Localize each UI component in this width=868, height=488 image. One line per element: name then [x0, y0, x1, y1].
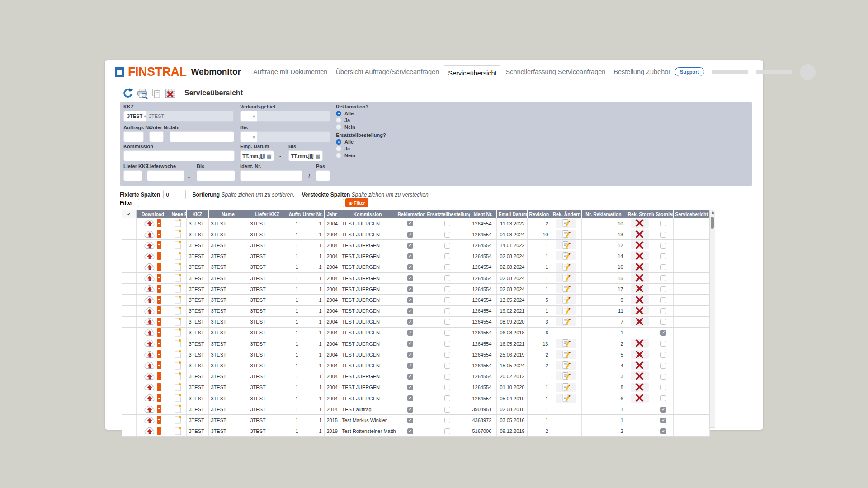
checkbox-reklamation[interactable]: ✓ — [407, 221, 413, 226]
edit-button[interactable] — [556, 383, 576, 392]
cell-neue_rek[interactable] — [170, 382, 186, 393]
cell-ersatzteil[interactable] — [425, 316, 470, 327]
cell-download[interactable] — [136, 251, 170, 262]
edit-button[interactable] — [556, 251, 576, 260]
cancel-reklamation-icon[interactable] — [635, 350, 644, 359]
cancel-button[interactable] — [631, 339, 649, 348]
cloud-download-icon[interactable] — [144, 405, 155, 413]
cancel-reklamation-icon[interactable] — [635, 284, 644, 293]
download-menu-button[interactable] — [157, 339, 161, 347]
cell-storniert[interactable] — [654, 240, 673, 251]
checkbox-storniert[interactable]: ✓ — [660, 407, 666, 413]
checkbox-storniert[interactable] — [660, 297, 666, 303]
cell-storniert[interactable]: ✓ — [654, 415, 673, 426]
cancel-reklamation-icon[interactable] — [635, 230, 644, 239]
cell-storniert[interactable] — [654, 360, 673, 371]
kommission-field[interactable] — [123, 150, 235, 161]
cell-rek_aendern[interactable] — [551, 316, 581, 327]
cancel-reklamation-icon[interactable] — [635, 361, 644, 370]
new-reklamation-icon[interactable] — [175, 372, 182, 380]
checkbox-storniert[interactable] — [660, 253, 666, 259]
cell-download[interactable] — [136, 360, 170, 371]
edit-button[interactable] — [556, 317, 576, 326]
cell-download[interactable] — [136, 284, 170, 295]
cancel-button[interactable] — [631, 230, 649, 239]
checkbox-storniert[interactable] — [660, 275, 666, 281]
cancel-button[interactable] — [631, 295, 649, 304]
cancel-button[interactable] — [631, 350, 649, 359]
verkaufsgebiet-select[interactable]: ▾ — [240, 111, 257, 122]
cell-neue_rek[interactable] — [170, 305, 186, 316]
cancel-button[interactable] — [631, 273, 649, 282]
cancel-reklamation-icon[interactable] — [635, 372, 644, 380]
checkbox-reklamation[interactable]: ✓ — [407, 308, 413, 314]
new-reklamation-icon[interactable] — [175, 295, 182, 304]
cell-ersatzteil[interactable] — [425, 393, 470, 404]
cell-rek_aendern[interactable] — [551, 284, 581, 295]
edit-reklamation-icon[interactable] — [562, 263, 571, 271]
edit-reklamation-icon[interactable] — [562, 296, 571, 304]
edit-reklamation-icon[interactable] — [562, 361, 571, 370]
checkbox-ersatzteil[interactable] — [444, 253, 450, 259]
lieferwoche-bis-field[interactable] — [197, 170, 235, 181]
cell-reklamation[interactable]: ✓ — [396, 295, 425, 305]
new-reklamation-icon[interactable] — [175, 339, 182, 347]
edit-button[interactable] — [556, 306, 576, 315]
lieferwoche-field[interactable] — [147, 170, 184, 181]
cell-reklamation[interactable]: ✓ — [396, 284, 425, 295]
cell-reklamation[interactable]: ✓ — [396, 360, 425, 371]
cloud-download-icon[interactable] — [144, 328, 155, 336]
reklamation-option-nein[interactable]: Nein — [336, 124, 368, 130]
checkbox-ersatzteil[interactable] — [444, 308, 450, 314]
checkbox-reklamation[interactable]: ✓ — [407, 407, 413, 413]
cell-ersatzteil[interactable] — [425, 327, 470, 338]
column-header-unter_nr[interactable]: Unter Nr. — [301, 210, 324, 218]
cell-neue_rek[interactable] — [170, 316, 186, 327]
cell-rek_aendern[interactable] — [551, 262, 581, 272]
cell-rek_aendern[interactable] — [551, 371, 581, 382]
column-header-reklamation[interactable]: Reklamation? — [396, 210, 425, 218]
cell-storniert[interactable] — [654, 229, 673, 240]
cancel-button[interactable] — [631, 251, 649, 260]
cell-rek_aendern[interactable] — [551, 349, 581, 360]
checkbox-ersatzteil[interactable] — [444, 385, 450, 390]
cell-reklamation[interactable]: ✓ — [396, 262, 425, 272]
eing-datum-field[interactable]: TT.mm.jjjj▦ — [240, 150, 274, 161]
checkbox-reklamation[interactable]: ✓ — [407, 232, 413, 238]
cell-rek_aendern[interactable] — [551, 393, 581, 404]
cell-rek_aendern[interactable] — [551, 240, 581, 251]
cell-reklamation[interactable]: ✓ — [396, 426, 425, 436]
jahr-field[interactable] — [170, 131, 234, 142]
checkbox-storniert[interactable] — [660, 243, 666, 249]
cell-neue_rek[interactable] — [170, 295, 186, 305]
column-header-kkz[interactable]: KKZ — [186, 210, 208, 218]
cell-storniert[interactable] — [654, 218, 673, 229]
edit-button[interactable] — [556, 339, 576, 348]
cell-rek_stornieren[interactable] — [626, 382, 654, 393]
cell-neue_rek[interactable] — [170, 218, 186, 229]
cell-rek_stornieren[interactable] — [626, 272, 654, 283]
cell-neue_rek[interactable] — [170, 360, 186, 371]
cell-ersatzteil[interactable] — [425, 415, 470, 426]
cell-reklamation[interactable]: ✓ — [396, 316, 425, 327]
download-menu-button[interactable] — [157, 328, 161, 337]
refresh-icon[interactable] — [122, 87, 134, 99]
cell-rek_stornieren[interactable] — [626, 229, 654, 240]
edit-button[interactable] — [556, 263, 576, 272]
cell-storniert[interactable] — [654, 305, 673, 316]
new-reklamation-icon[interactable] — [175, 394, 182, 402]
edit-button[interactable] — [556, 284, 576, 293]
checkbox-reklamation[interactable]: ✓ — [407, 428, 413, 434]
column-header-sel[interactable]: ✔ — [122, 210, 136, 218]
cancel-reklamation-icon[interactable] — [635, 296, 644, 304]
edit-reklamation-icon[interactable] — [562, 350, 571, 359]
cloud-download-icon[interactable] — [144, 296, 155, 304]
cancel-button[interactable] — [631, 371, 649, 380]
cell-neue_rek[interactable] — [170, 349, 186, 360]
edit-reklamation-icon[interactable] — [562, 241, 571, 249]
download-menu-button[interactable] — [157, 306, 161, 314]
cancel-button[interactable] — [631, 306, 649, 315]
cell-ersatzteil[interactable] — [425, 360, 470, 371]
column-header-jahr[interactable]: Jahr — [324, 210, 340, 218]
cell-reklamation[interactable]: ✓ — [396, 218, 425, 229]
